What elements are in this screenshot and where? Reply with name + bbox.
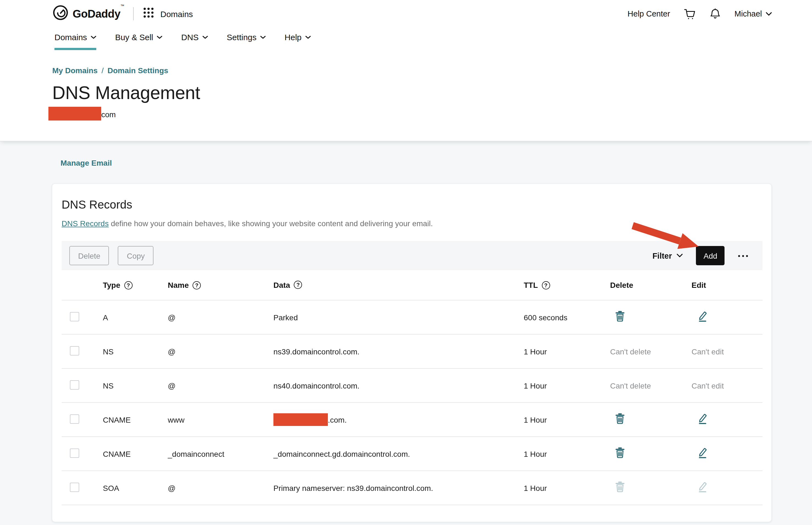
notifications-bell-icon[interactable] — [709, 7, 721, 20]
manage-email-link[interactable]: Manage Email — [61, 159, 112, 167]
cell-type: A — [103, 313, 168, 322]
edit-pencil-icon[interactable] — [698, 413, 707, 424]
type-help-icon[interactable]: ? — [124, 281, 132, 289]
cell-ttl: 1 Hour — [524, 347, 610, 356]
chevron-down-icon — [766, 12, 772, 16]
chevron-down-icon — [677, 254, 683, 257]
cant-edit-label: Can't edit — [691, 381, 764, 390]
topbar: GoDaddy™ Domains Help Center — [0, 0, 812, 25]
cant-edit-label: Can't edit — [691, 347, 764, 356]
cell-data: .com. — [273, 413, 524, 426]
row-checkbox[interactable] — [70, 448, 79, 457]
domain-line: com — [0, 107, 812, 121]
cell-ttl: 1 Hour — [524, 483, 610, 492]
card-title: DNS Records — [52, 184, 771, 211]
cell-data-suffix: .com. — [328, 415, 347, 424]
app-switcher-label: Domains — [160, 9, 193, 18]
filter-label: Filter — [653, 251, 672, 260]
godaddy-brand[interactable]: GoDaddy™ — [52, 4, 124, 23]
row-checkbox[interactable] — [70, 346, 79, 355]
cell-type: CNAME — [103, 449, 168, 458]
cell-name: www — [168, 415, 273, 424]
dns-records-card: DNS Records DNS Records define how your … — [52, 183, 772, 522]
breadcrumb-my-domains[interactable]: My Domains — [52, 66, 98, 75]
column-header-name: Name? — [168, 280, 273, 290]
cell-data: Primary nameserver: ns39.domaincontrol.c… — [273, 483, 524, 492]
cell-name: @ — [168, 313, 273, 322]
table-row-soa-record: SOA @ Primary nameserver: ns39.domaincon… — [62, 471, 763, 505]
records-toolbar: Delete Copy Filter Add ••• — [62, 241, 763, 270]
trash-icon-disabled — [615, 481, 625, 493]
tab-label: Domains — [55, 32, 87, 42]
godaddy-logo-icon — [52, 4, 69, 23]
data-redaction-box — [273, 413, 328, 426]
copy-button[interactable]: Copy — [118, 246, 153, 265]
row-checkbox[interactable] — [70, 380, 79, 389]
cell-type: NS — [103, 347, 168, 356]
tab-help[interactable]: Help — [285, 25, 311, 50]
column-header-data: Data? — [273, 281, 524, 289]
tab-label: Settings — [227, 32, 256, 42]
page-title: DNS Management — [0, 84, 812, 102]
card-description: DNS Records define how your domain behav… — [62, 219, 762, 228]
cant-delete-label: Can't delete — [610, 381, 691, 390]
cell-data: ns39.domaincontrol.com. — [273, 347, 524, 356]
cell-data: _domainconnect.gd.domaincontrol.com. — [273, 449, 524, 458]
data-help-icon[interactable]: ? — [294, 280, 302, 289]
trash-icon[interactable] — [615, 311, 625, 322]
table-header-row: Type? Name? Data? TTL? Delete Edit — [62, 270, 763, 300]
card-description-text: define how your domain behaves, like sho… — [109, 219, 433, 228]
more-options-button[interactable]: ••• — [738, 252, 750, 259]
app-switcher[interactable]: Domains — [142, 6, 193, 21]
edit-pencil-icon-disabled — [698, 481, 707, 493]
tab-buy-and-sell[interactable]: Buy & Sell — [115, 25, 162, 50]
delete-button[interactable]: Delete — [69, 246, 109, 265]
row-checkbox[interactable] — [70, 414, 79, 423]
trash-icon[interactable] — [615, 413, 625, 424]
ttl-help-icon[interactable]: ? — [541, 281, 550, 289]
cant-delete-label: Can't delete — [610, 347, 691, 356]
cell-ttl: 600 seconds — [524, 313, 610, 322]
brand-wordmark: GoDaddy™ — [73, 7, 124, 20]
breadcrumb: My Domains/Domain Settings — [0, 66, 812, 75]
cell-ttl: 1 Hour — [524, 415, 610, 424]
edit-pencil-icon[interactable] — [698, 311, 707, 322]
chevron-down-icon — [91, 35, 96, 39]
chevron-down-icon — [202, 35, 208, 39]
add-button[interactable]: Add — [696, 246, 725, 265]
trash-icon[interactable] — [615, 447, 625, 459]
cell-name: @ — [168, 483, 273, 492]
user-menu[interactable]: Michael — [734, 9, 772, 18]
name-help-icon[interactable]: ? — [193, 281, 201, 289]
tab-domains[interactable]: Domains — [55, 25, 96, 50]
cell-type: NS — [103, 381, 168, 390]
column-header-type: Type? — [103, 280, 168, 290]
cell-type: SOA — [103, 483, 168, 492]
help-center-link[interactable]: Help Center — [627, 9, 670, 18]
cell-data: ns40.domaincontrol.com. — [273, 381, 524, 390]
row-checkbox[interactable] — [70, 312, 79, 321]
cell-type: CNAME — [103, 415, 168, 424]
tab-label: DNS — [181, 32, 199, 42]
cell-data: Parked — [273, 313, 524, 322]
chevron-down-icon — [157, 35, 163, 39]
chevron-down-icon — [305, 35, 311, 39]
breadcrumb-domain-settings[interactable]: Domain Settings — [108, 66, 168, 75]
table-row-cname-domainconnect: CNAME _domainconnect _domainconnect.gd.d… — [62, 437, 763, 471]
table-row-a-record: A @ Parked 600 seconds — [62, 300, 763, 334]
dns-records-link[interactable]: DNS Records — [62, 219, 109, 228]
tab-label: Help — [285, 32, 302, 42]
dns-records-table: Type? Name? Data? TTL? Delete Edit A @ P… — [62, 270, 763, 505]
tab-dns[interactable]: DNS — [181, 25, 208, 50]
cart-icon[interactable] — [683, 7, 696, 20]
tab-settings[interactable]: Settings — [227, 25, 266, 50]
trademark: ™ — [121, 3, 124, 7]
column-header-delete: Delete — [610, 281, 691, 289]
user-name: Michael — [734, 9, 762, 18]
cell-name: @ — [168, 347, 273, 356]
cell-name: @ — [168, 381, 273, 390]
filter-dropdown[interactable]: Filter — [653, 251, 683, 260]
row-checkbox[interactable] — [70, 482, 79, 492]
edit-pencil-icon[interactable] — [698, 447, 707, 459]
topbar-divider — [133, 7, 134, 20]
